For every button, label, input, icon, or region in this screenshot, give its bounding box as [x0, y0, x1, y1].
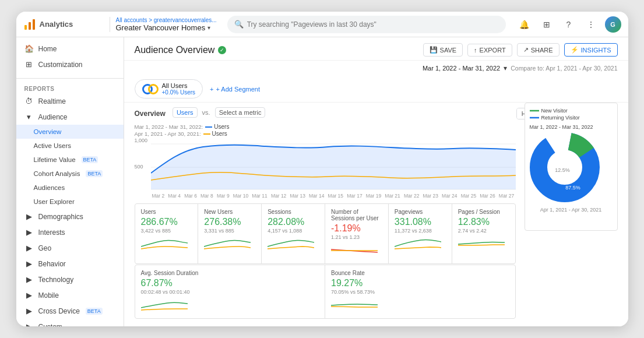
sidebar-item-overview[interactable]: Overview [16, 125, 124, 139]
sidebar-label-cross-device: Cross Device [38, 307, 80, 315]
sidebar-label-user-explorer: User Explorer [34, 198, 75, 205]
metric-card-bounce-rate: Bounce Rate 19.27% 70.05% vs 58.73% [325, 265, 515, 318]
help-icon[interactable]: ? [561, 16, 577, 33]
sidebar-label-realtime: Realtime [38, 97, 66, 105]
mobile-arrow-icon: ▶ [24, 291, 34, 300]
analytics-logo-icon [23, 18, 36, 31]
metric-comparison-pages-per-session: 2.74 vs 2.42 [458, 228, 509, 234]
metric-value-sessions: 282.08% [268, 216, 319, 227]
export-button[interactable]: ↑ EXPORT [467, 44, 512, 57]
x-label: Mar 17 [347, 193, 362, 199]
x-label: Mar 19 [366, 193, 381, 199]
sparkline-users [141, 236, 188, 250]
sidebar-label-overview: Overview [34, 128, 62, 135]
insights-label: INSIGHTS [581, 47, 611, 54]
sidebar-item-realtime[interactable]: ⏱ Realtime [16, 93, 124, 109]
sidebar-item-custom[interactable]: ▶ Custom [16, 319, 124, 326]
sidebar-item-technology[interactable]: ▶ Technology [16, 272, 124, 287]
sidebar-item-mobile[interactable]: ▶ Mobile [16, 287, 124, 303]
compare-metric-selector[interactable]: Select a metric [215, 107, 266, 118]
x-label: Mar 2 [152, 193, 165, 199]
sidebar-item-demographics[interactable]: ▶ Demographics [16, 209, 124, 224]
sidebar-main-section: 🏠 Home ⊞ Customization [16, 37, 124, 76]
date-range-dropdown-icon[interactable]: ▾ [504, 64, 507, 72]
sidebar-label-cohort-analysis: Cohort Analysis [34, 170, 80, 177]
notifications-icon[interactable]: 🔔 [516, 16, 533, 33]
metric-card-users: Users 286.67% 3,422 vs 885 [135, 204, 198, 263]
sidebar-item-cohort-analysis[interactable]: Cohort Analysis BETA [16, 167, 124, 181]
metric-title-sessions-per-user: Number of Sessions per User [331, 209, 382, 221]
segment-rings-icon [142, 84, 159, 94]
pie-new-pct-label: 12.5% [555, 167, 570, 173]
metric-selector[interactable]: Users [173, 107, 198, 118]
home-icon: 🏠 [24, 44, 34, 53]
all-users-segment[interactable]: All Users +0.0% Users [135, 79, 203, 98]
export-icon: ↑ [474, 47, 477, 54]
vs-text: vs. [202, 109, 210, 116]
apps-icon[interactable]: ⊞ [539, 16, 555, 33]
svg-rect-1 [29, 22, 31, 30]
metric-title-pageviews: Pageviews [395, 209, 446, 215]
sidebar-item-audiences[interactable]: Audiences [16, 181, 124, 195]
avatar[interactable]: G [605, 16, 621, 33]
sparkline-avg-duration [141, 297, 188, 311]
metric-title-users: Users [141, 209, 192, 215]
x-label: Mar 21 [385, 193, 400, 199]
sidebar-item-user-explorer[interactable]: User Explorer [16, 195, 124, 209]
date-range-bar: Mar 1, 2022 - Mar 31, 2022 ▾ Compare to:… [124, 61, 628, 76]
share-button[interactable]: ↗ SHARE [517, 43, 559, 57]
legend-date1-label: Mar 1, 2022 - Mar 31, 2022: [135, 124, 203, 130]
svg-rect-2 [33, 19, 35, 30]
overview-section: Overview Users vs. Select a metric Hourl… [124, 103, 628, 323]
x-label: Mar 8 [200, 193, 213, 199]
customization-icon: ⊞ [24, 60, 34, 69]
sidebar-item-home[interactable]: 🏠 Home [16, 41, 124, 57]
metric-comparison-sessions: 4,157 vs 1,088 [268, 228, 319, 234]
sidebar-item-customization[interactable]: ⊞ Customization [16, 57, 124, 72]
x-label: Mar 23 [423, 193, 438, 199]
metric-comparison-new-users: 3,331 vs 885 [204, 228, 255, 234]
beta-badge-lifetime: BETA [82, 156, 98, 163]
more-vert-icon[interactable]: ⋮ [583, 16, 599, 33]
beta-badge-cross-device: BETA [86, 308, 103, 315]
metric-comparison-bounce-rate: 70.05% vs 58.73% [331, 289, 509, 295]
demographics-arrow-icon: ▶ [24, 212, 34, 221]
chart-y-label-mid: 500 [135, 164, 143, 170]
search-bar[interactable]: 🔍 [227, 16, 506, 33]
metric-comparison-pageviews: 11,372 vs 2,638 [395, 228, 446, 234]
all-accounts-link[interactable]: All accounts > greatervancouverrales... [116, 17, 217, 23]
sparkline-sessions [268, 236, 314, 250]
property-selector[interactable]: All accounts > greatervancouverrales... … [110, 17, 217, 32]
save-button[interactable]: 💾 SAVE [423, 43, 463, 57]
sidebar-item-active-users[interactable]: Active Users [16, 139, 124, 153]
sidebar-item-behavior[interactable]: ▶ Behavior [16, 256, 124, 272]
metric-title-avg-duration: Avg. Session Duration [141, 270, 319, 276]
x-label: Mar 25 [461, 193, 476, 199]
share-label: SHARE [531, 47, 553, 54]
chart-controls: Users vs. Select a metric [173, 107, 266, 118]
sidebar-label-customization: Customization [38, 61, 83, 69]
sidebar-item-lifetime-value[interactable]: Lifetime Value BETA [16, 153, 124, 167]
realtime-icon: ⏱ [24, 97, 34, 105]
pie-returning-pct-label: 87.5% [565, 185, 580, 191]
export-label: EXPORT [480, 47, 506, 54]
sidebar-label-mobile: Mobile [38, 291, 59, 300]
sidebar-item-interests[interactable]: ▶ Interests [16, 224, 124, 240]
search-input[interactable] [247, 20, 499, 29]
insights-button[interactable]: ⚡ INSIGHTS [564, 43, 618, 57]
metric-comparison-users: 3,422 vs 885 [141, 228, 192, 234]
logo-area: Analytics [23, 18, 105, 31]
pie-chart-svg: 12.5% 87.5% [530, 132, 600, 202]
compare-label: Compare to: Apr 1, 2021 - Apr 30, 2021 [511, 65, 617, 72]
add-segment-button[interactable]: + + Add Segment [210, 86, 260, 93]
sidebar-item-geo[interactable]: ▶ Geo [16, 240, 124, 256]
metric-comparison-avg-duration: 00:02:48 vs 00:01:40 [141, 289, 319, 295]
metric-title-sessions: Sessions [268, 209, 319, 215]
sidebar-label-active-users: Active Users [34, 142, 72, 149]
property-name[interactable]: Greater Vancouver Homes [116, 23, 217, 32]
sidebar-item-cross-device[interactable]: ▶ Cross Device BETA [16, 303, 124, 319]
sidebar-item-audience[interactable]: ▾ Audience [16, 109, 124, 125]
content-area: Audience Overview 💾 SAVE ↑ EXPORT ↗ SHAR… [124, 37, 628, 326]
status-indicator [218, 46, 226, 54]
pie-date-range: Mar 1, 2022 - Mar 31, 2022 [530, 124, 613, 130]
